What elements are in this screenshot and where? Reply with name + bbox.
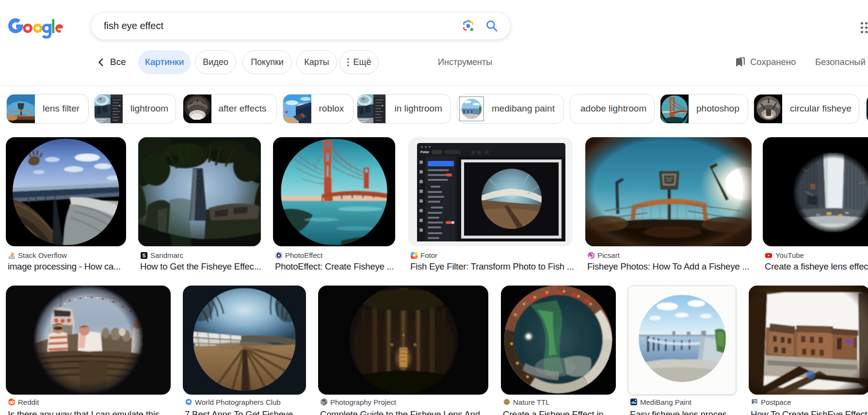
svg-text:Fotor: Fotor bbox=[420, 150, 429, 154]
svg-text:S: S bbox=[142, 253, 145, 258]
